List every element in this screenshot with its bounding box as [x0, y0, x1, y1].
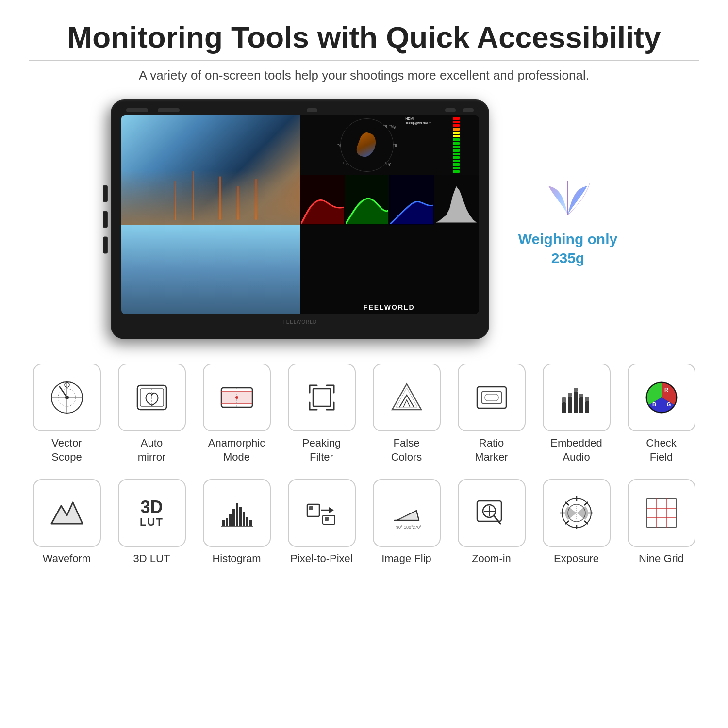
top-btn-1[interactable]: [126, 108, 148, 112]
nine-grid-icon: [642, 494, 681, 532]
histogram-icon: [217, 494, 256, 532]
side-button-3[interactable]: [103, 237, 108, 254]
top-btn-right-2[interactable]: [463, 108, 474, 112]
svg-rect-45: [243, 512, 245, 526]
feature-ratio-marker: RatioMarker: [454, 364, 529, 464]
feature-vector-scope: VectorScope: [29, 364, 104, 464]
header: Monitoring Tools with Quick Accessibilit…: [29, 19, 699, 85]
feature-exposure: Exposure: [539, 479, 614, 566]
svg-rect-42: [232, 509, 235, 526]
monitor-top-buttons: [121, 108, 479, 112]
svg-rect-44: [239, 507, 242, 526]
screen-content: HDMI 1080p@59.94Hz °R °Mg °B °Cy °G °Yl: [121, 115, 479, 314]
svg-rect-33: [579, 394, 583, 397]
auto-mirror-icon-box: [118, 364, 186, 431]
side-button-1[interactable]: [103, 185, 108, 202]
zoom-in-icon-box: [458, 479, 526, 547]
image-flip-label: Image Flip: [381, 552, 431, 566]
feature-image-flip: 90° 180° 270° Image Flip: [369, 479, 444, 566]
3d-lut-icon: 3D LUT: [140, 498, 164, 528]
exposure-label: Exposure: [554, 552, 599, 566]
vectorscope-display: HDMI 1080p@59.94Hz °R °Mg °B °Cy °G °Yl: [300, 115, 434, 175]
svg-rect-31: [568, 393, 572, 397]
svg-rect-39: [222, 520, 225, 526]
vs-label-r: °R: [383, 125, 387, 128]
svg-rect-25: [562, 402, 566, 413]
feature-waveform: Waveform: [29, 479, 104, 566]
svg-rect-34: [585, 397, 589, 401]
page-container: Monitoring Tools with Quick Accessibilit…: [0, 0, 728, 595]
svg-rect-26: [568, 397, 572, 413]
top-btn-right-1[interactable]: [445, 108, 456, 112]
3d-lut-label: 3D LUT: [133, 552, 170, 566]
tools-bottom: [300, 175, 479, 224]
waveform-label: Waveform: [43, 552, 91, 566]
vs-label-g: °G: [343, 162, 347, 165]
svg-text:270°: 270°: [413, 525, 422, 529]
screen-tools: HDMI 1080p@59.94Hz °R °Mg °B °Cy °G °Yl: [300, 115, 479, 225]
vs-label-b: °B: [393, 144, 397, 147]
camera-image: [121, 115, 300, 225]
vector-scope-icon-box: [33, 364, 101, 431]
check-field-label: CheckField: [646, 436, 676, 464]
histogram-label: Histogram: [212, 552, 261, 566]
svg-rect-24: [485, 394, 498, 401]
feature-anamorphic: AnamorphicMode: [199, 364, 274, 464]
wf-red-channel: [300, 175, 345, 224]
feature-peaking: PeakingFilter: [284, 364, 359, 464]
3d-lut-icon-box: 3D LUT: [118, 479, 186, 547]
pixel-to-pixel-label: Pixel-to-Pixel: [290, 552, 352, 566]
check-field-icon-box: R G B: [628, 364, 695, 431]
features-section: VectorScope Automirror: [29, 364, 699, 565]
waveform-rgb: [300, 175, 434, 224]
side-button-2[interactable]: [103, 211, 108, 228]
feature-nine-grid: Nine Grid: [624, 479, 699, 566]
feature-3d-lut: 3D LUT 3D LUT: [114, 479, 189, 566]
brand-label: FEELWORLD: [364, 303, 415, 311]
monitor-body: HDMI 1080p@59.94Hz °R °Mg °B °Cy °G °Yl: [111, 99, 489, 339]
svg-rect-46: [246, 517, 248, 526]
auto-mirror-label: Automirror: [138, 436, 165, 464]
top-btn-center[interactable]: [307, 108, 317, 112]
product-section: HDMI 1080p@59.94Hz °R °Mg °B °Cy °G °Yl: [29, 99, 699, 339]
subtitle: A variety of on-screen tools help your s…: [29, 66, 699, 85]
svg-rect-19: [313, 389, 331, 406]
svg-rect-29: [585, 401, 589, 413]
peaking-icon-box: [288, 364, 356, 431]
svg-text:B: B: [652, 401, 656, 407]
anamorphic-label: AnamorphicMode: [208, 436, 265, 464]
waveform-icon: [48, 494, 86, 532]
vs-label-mg: °Mg: [389, 125, 396, 128]
false-colors-icon-box: [373, 364, 441, 431]
waveform-icon-box: [33, 479, 101, 547]
camera-image-bottom: [121, 225, 300, 314]
feather-icon: [539, 171, 597, 220]
svg-point-5: [65, 396, 69, 399]
anamorphic-icon-box: [203, 364, 271, 431]
screen-bottom: FEELWORLD: [121, 225, 479, 314]
svg-text:G: G: [666, 401, 671, 407]
tools-top: HDMI 1080p@59.94Hz °R °Mg °B °Cy °G °Yl: [300, 115, 479, 175]
svg-text:180°: 180°: [404, 525, 413, 529]
vectorscope-circle: °R °Mg °B °Cy °G °Yl: [340, 118, 394, 172]
svg-rect-49: [307, 504, 319, 516]
svg-point-18: [235, 396, 238, 399]
auto-mirror-icon: [132, 378, 171, 417]
hdmi-label: HDMI 1080p@59.94Hz: [405, 117, 431, 125]
svg-rect-41: [229, 514, 232, 526]
zoom-in-icon: [472, 494, 511, 532]
monitor-side-buttons: [103, 185, 108, 254]
divider: [29, 60, 699, 61]
vector-scope-label: VectorScope: [51, 436, 82, 464]
svg-rect-28: [579, 397, 583, 413]
image-flip-icon-box: 90° 180° 270°: [373, 479, 441, 547]
feature-embedded-audio: EmbeddedAudio: [539, 364, 614, 464]
anamorphic-icon: [217, 378, 256, 417]
page-title: Monitoring Tools with Quick Accessibilit…: [29, 19, 699, 55]
feature-check-field: R G B CheckField: [624, 364, 699, 464]
weight-section: Weighing only 235g: [518, 171, 617, 267]
top-btn-2[interactable]: [158, 108, 180, 112]
false-colors-label: FalseColors: [391, 436, 422, 464]
pixel-to-pixel-icon-box: [288, 479, 356, 547]
image-flip-icon: 90° 180° 270°: [387, 494, 426, 532]
